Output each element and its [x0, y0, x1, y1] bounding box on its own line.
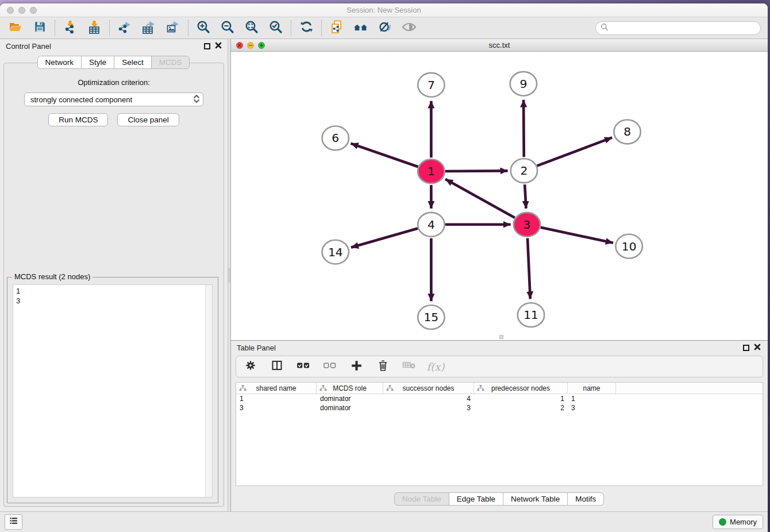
close-panel-icon[interactable]	[215, 42, 222, 51]
table-cell[interactable]: dominator	[317, 395, 383, 403]
refresh-layout-button[interactable]	[294, 18, 318, 38]
graph-node-4[interactable]: 4	[418, 213, 444, 237]
table-cell[interactable]: 4	[383, 395, 474, 403]
table-cell[interactable]: 1	[568, 395, 616, 403]
column-view-button[interactable]	[270, 358, 284, 375]
zoom-selected-button[interactable]	[264, 18, 288, 38]
status-bar: Memory	[0, 511, 768, 532]
tab-style[interactable]: Style	[81, 56, 114, 69]
svg-text:11: 11	[523, 308, 538, 322]
tab-select[interactable]: Select	[114, 56, 152, 69]
mcds-panel: Optimization criterion: strongly connect…	[3, 63, 224, 507]
graph-node-7[interactable]: 7	[418, 73, 444, 97]
save-icon	[34, 21, 46, 35]
network-canvas[interactable]: 7968124314101511	[231, 52, 768, 340]
export-table-button[interactable]	[137, 18, 161, 38]
show-all-button[interactable]	[397, 18, 421, 38]
run-mcds-button[interactable]: Run MCDS	[48, 113, 108, 126]
tab-node-table[interactable]: Node Table	[394, 492, 449, 506]
svg-text:15: 15	[424, 310, 439, 324]
main-toolbar	[0, 17, 768, 39]
add-column-button[interactable]	[349, 358, 364, 375]
open-session-button[interactable]	[3, 18, 28, 38]
graph-node-15[interactable]: 15	[418, 305, 444, 329]
float-table-panel-icon[interactable]	[743, 345, 749, 351]
graph-node-3[interactable]: 3	[514, 213, 540, 237]
table-cell[interactable]: 3	[383, 404, 474, 412]
search-input[interactable]	[611, 24, 756, 33]
import-network-button[interactable]	[58, 18, 82, 38]
delete-column-button[interactable]	[375, 358, 390, 375]
graph-edge-3-11[interactable]	[528, 238, 530, 299]
first-neighbors-button[interactable]	[349, 18, 373, 38]
table-row[interactable]: 1dominator411	[236, 394, 763, 403]
duplicate-network-button[interactable]	[325, 18, 349, 38]
graph-node-11[interactable]: 11	[518, 303, 544, 327]
mcds-result-text[interactable]: 13	[13, 284, 213, 498]
table-cell[interactable]: 2	[474, 404, 568, 412]
zoom-fit-button[interactable]	[240, 18, 264, 38]
optimization-criterion-select[interactable]: strongly connected component	[24, 92, 203, 106]
tab-network-table[interactable]: Network Table	[503, 492, 568, 506]
control-panel-title: Control Panel	[6, 42, 51, 51]
graph-node-2[interactable]: 2	[511, 159, 537, 183]
deselect-all-columns-button[interactable]	[322, 358, 337, 375]
export-network-button[interactable]	[113, 18, 137, 38]
tab-edge-table[interactable]: Edge Table	[449, 492, 503, 506]
tab-motifs[interactable]: Motifs	[567, 492, 604, 506]
tab-network[interactable]: Network	[37, 56, 82, 69]
search-box[interactable]	[595, 21, 761, 35]
splitter-grip[interactable]	[228, 268, 230, 283]
memory-button[interactable]: Memory	[713, 515, 763, 529]
graph-node-9[interactable]: 9	[510, 72, 537, 96]
graph-edge-2-3[interactable]	[525, 184, 526, 209]
graph-edge-3-1[interactable]	[445, 179, 515, 218]
svg-text:14: 14	[328, 245, 343, 259]
graph-edge-2-8[interactable]	[537, 137, 613, 165]
float-panel-icon[interactable]	[204, 43, 210, 49]
export-image-button[interactable]	[161, 18, 185, 38]
list-icon	[9, 516, 18, 528]
deselect-all-icon	[323, 360, 337, 373]
tab-mcds[interactable]: MCDS	[151, 56, 190, 69]
svg-text:1: 1	[428, 164, 435, 178]
canvas-resize-handle[interactable]	[499, 335, 503, 339]
table-row[interactable]: 3dominator323	[236, 403, 763, 413]
table-cell[interactable]: 1	[474, 395, 568, 403]
graph-node-10[interactable]: 10	[615, 234, 642, 259]
svg-text:9: 9	[519, 77, 527, 91]
zoom-out-button[interactable]	[215, 18, 240, 38]
graph-node-6[interactable]: 6	[322, 126, 349, 150]
column-label: MCDS role	[333, 384, 367, 392]
graph-node-8[interactable]: 8	[614, 120, 640, 144]
graph-edge-1-2[interactable]	[445, 171, 508, 171]
zoom-in-button[interactable]	[191, 18, 215, 38]
save-session-button[interactable]	[28, 18, 52, 38]
column-header-name[interactable]: name	[568, 383, 616, 394]
select-all-columns-button[interactable]	[296, 358, 311, 375]
table-cell[interactable]: dominator	[317, 404, 383, 412]
table-cell[interactable]: 3	[568, 404, 616, 412]
mcds-result-line: 1	[16, 286, 209, 296]
result-scrollbar[interactable]	[205, 285, 212, 497]
table-cell[interactable]: 3	[236, 404, 317, 412]
graph-edge-4-14[interactable]	[351, 228, 418, 247]
table-settings-button[interactable]	[243, 358, 258, 375]
import-table-button[interactable]	[82, 18, 106, 38]
column-header-MCDS-role[interactable]: MCDS role	[317, 383, 383, 394]
graph-node-14[interactable]: 14	[322, 240, 349, 264]
hide-selected-button[interactable]	[373, 18, 397, 38]
function-builder-button: f(x)	[428, 358, 443, 375]
graph-node-1[interactable]: 1	[418, 159, 444, 183]
table-cell[interactable]: 1	[236, 395, 317, 403]
export-image-icon	[166, 20, 180, 36]
graph-edge-3-10[interactable]	[541, 228, 613, 243]
task-history-button[interactable]	[5, 514, 22, 530]
close-table-panel-icon[interactable]	[754, 344, 761, 352]
column-header-predecessor-nodes[interactable]: predecessor nodes	[474, 383, 568, 394]
column-header-shared-name[interactable]: shared name	[236, 383, 317, 394]
graph-edge-1-6[interactable]	[351, 144, 418, 167]
close-panel-button[interactable]: Close panel	[117, 113, 179, 126]
column-header-successor-nodes[interactable]: successor nodes	[383, 383, 474, 394]
graph-edge-2-9[interactable]	[523, 100, 524, 157]
